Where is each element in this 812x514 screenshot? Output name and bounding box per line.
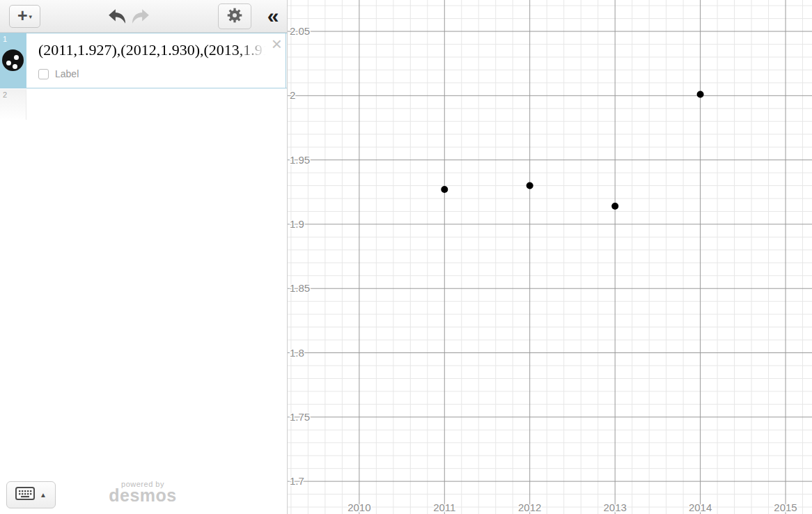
collapse-panel-button[interactable]: « [260,1,286,31]
graph-settings-button[interactable] [218,3,251,29]
label-option-row: Label [38,68,79,79]
y-axis-tick-label: 2.05 [290,25,310,37]
graph-canvas[interactable]: 2.0521.951.91.851.81.751.720102011201220… [288,0,812,514]
undo-icon [107,16,127,28]
redo-icon [131,16,150,28]
y-axis-tick-label: 2 [290,89,295,101]
desmos-app: + ▾ [0,0,812,514]
y-axis-tick-label: 1.7 [290,475,304,487]
close-icon[interactable]: × [272,35,282,53]
toolbar: + ▾ [0,0,287,33]
row-number: 2 [3,91,7,99]
desmos-watermark: powered by desmos [87,480,198,502]
expression-input[interactable]: (2011,1.927),(2012,1.930),(2013,1.914) [38,41,268,62]
data-point[interactable] [611,203,618,210]
double-chevron-left-icon: « [267,6,279,26]
x-axis-tick-label: 2012 [518,501,541,513]
y-axis-tick-label: 1.95 [290,154,310,166]
triangle-up-icon: ▲ [40,491,47,499]
expression-panel: + ▾ [0,0,288,514]
x-axis-tick-label: 2010 [348,501,370,513]
graph-svg: 2.0521.951.91.851.81.751.720102011201220… [288,0,812,514]
x-axis-tick-label: 2011 [433,501,455,513]
add-expression-button[interactable]: + ▾ [9,5,40,28]
x-axis-tick-label: 2014 [689,501,712,513]
x-axis-tick-label: 2015 [774,501,797,513]
expression-cell-1[interactable]: (2011,1.927),(2012,1.930),(2013,1.914) L… [26,33,286,88]
x-axis-tick-label: 2013 [603,501,626,513]
y-axis-tick-label: 1.75 [290,411,310,423]
expression-row-1: 1 (2011,1.927),(2012,1.930),(2013,1.914)… [0,33,287,88]
data-point[interactable] [441,186,448,193]
desmos-logo: desmos [87,488,198,502]
y-axis-tick-label: 1.9 [290,218,304,230]
gear-icon [226,6,244,27]
expression-gutter-1[interactable]: 1 [0,33,26,88]
row-number: 1 [3,35,7,43]
data-point[interactable] [697,91,704,98]
show-keyboard-button[interactable]: ▲ [6,481,56,508]
label-checkbox-text: Label [55,68,79,79]
keyboard-icon [15,487,35,503]
scatter-points-icon[interactable] [2,49,24,71]
plus-icon: + [17,7,28,24]
expression-gutter-2[interactable]: 2 [0,89,26,120]
y-axis-tick-label: 1.8 [290,347,304,359]
chevron-down-icon: ▾ [29,13,33,20]
undo-button[interactable] [107,8,127,26]
data-point[interactable] [526,182,533,189]
y-axis-tick-label: 1.85 [290,282,310,294]
label-checkbox[interactable] [38,69,49,79]
redo-button[interactable] [131,8,150,26]
